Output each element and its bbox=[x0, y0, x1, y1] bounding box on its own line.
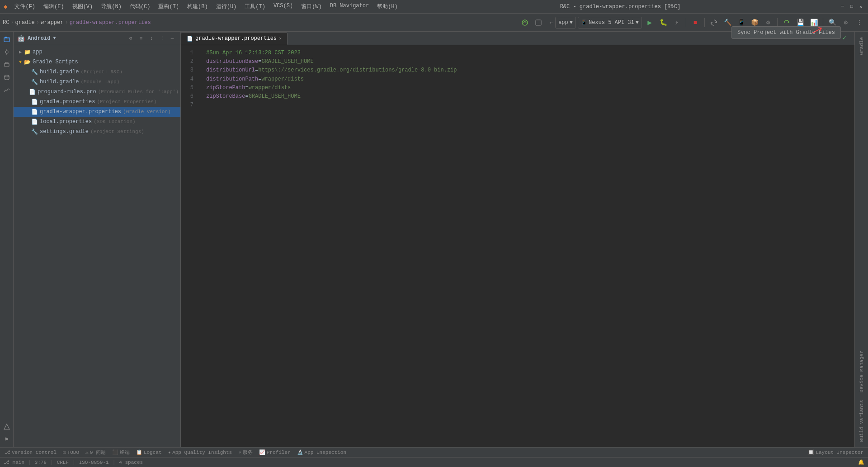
sync-gradle-button[interactable] bbox=[708, 17, 720, 29]
todo-panel[interactable]: ☑ TODO bbox=[61, 449, 81, 455]
services-label: 服务 bbox=[243, 449, 253, 456]
toolbar-sep-3 bbox=[777, 18, 778, 27]
menu-navigate[interactable]: 导航(N) bbox=[97, 2, 125, 11]
toolbar-btn-1[interactable] bbox=[533, 17, 544, 29]
status-indent[interactable]: 4 spaces bbox=[119, 460, 143, 465]
svg-marker-11 bbox=[4, 424, 9, 429]
gradle-file-icon: 🔧 bbox=[31, 68, 38, 76]
panel-collapse-icon[interactable]: ≡ bbox=[137, 34, 146, 43]
menu-refactor[interactable]: 重构(T) bbox=[155, 2, 183, 11]
dropdown-icon[interactable]: ▼ bbox=[53, 36, 56, 41]
commit-icon[interactable] bbox=[1, 46, 13, 58]
panel-gear-icon[interactable]: ⚙ bbox=[126, 34, 135, 43]
debug-button[interactable]: 🐛 bbox=[657, 17, 669, 29]
panel-sort-icon[interactable]: ↕ bbox=[147, 34, 156, 43]
tree-item-proguard[interactable]: ▶ 📄 proguard-rules.pro (ProGuard Rules f… bbox=[14, 87, 180, 97]
terminal-panel[interactable]: ⬛ 终端 bbox=[110, 449, 132, 456]
profile-button[interactable]: ⚡ bbox=[671, 17, 683, 29]
run-config-dropdown[interactable]: app ▼ bbox=[555, 17, 576, 29]
menu-run[interactable]: 运行(U) bbox=[212, 2, 241, 11]
sync-button[interactable] bbox=[519, 17, 531, 29]
status-branch[interactable]: ⎇ main bbox=[4, 459, 24, 465]
tab-close-button[interactable]: ✕ bbox=[279, 36, 282, 41]
side-icons-bar: ⚑ bbox=[0, 32, 14, 447]
gradle-scripts-icon: 📂 bbox=[24, 58, 31, 66]
tree-item-settings-gradle[interactable]: ▶ 🔧 settings.gradle (Project Settings) bbox=[14, 127, 180, 137]
close-button[interactable]: ✕ bbox=[857, 3, 864, 10]
menu-edit[interactable]: 编辑(E) bbox=[40, 2, 68, 11]
tree-item-gradle-wrapper[interactable]: ▶ 📄 gradle-wrapper.properties (Gradle Ve… bbox=[14, 107, 180, 117]
services-icon: ⚡ bbox=[238, 449, 241, 455]
menu-help[interactable]: 帮助(H) bbox=[373, 2, 401, 11]
build-variants-label[interactable]: Build Variants bbox=[859, 396, 864, 445]
stop-button[interactable]: ■ bbox=[689, 17, 701, 29]
line-num-4: 4 bbox=[181, 75, 197, 84]
tree-item-gradle-scripts[interactable]: ▼ 📂 Gradle Scripts bbox=[14, 57, 180, 67]
tree-item-local-properties[interactable]: ▶ 📄 local.properties (SDK Location) bbox=[14, 117, 180, 127]
status-encoding[interactable]: ISO-8859-1 bbox=[79, 460, 109, 465]
tree-label-app: app bbox=[33, 49, 42, 55]
todo-label: TODO bbox=[67, 450, 79, 455]
status-cursor[interactable]: 3:78 bbox=[35, 460, 47, 465]
minimize-button[interactable]: ─ bbox=[839, 3, 846, 10]
app-quality-panel[interactable]: ✦ App Quality Insights bbox=[166, 449, 234, 455]
app-inspection-panel[interactable]: 🔬 App Inspection bbox=[295, 449, 348, 455]
code-area[interactable]: #Sun Apr 16 12:13:28 CST 2023 distributi… bbox=[199, 45, 854, 447]
window-controls[interactable]: ─ □ ✕ bbox=[839, 3, 864, 10]
tree-item-app[interactable]: ▶ 📁 app bbox=[14, 47, 180, 57]
gradle-label[interactable]: Gradle bbox=[859, 33, 864, 59]
profiler-side-icon[interactable] bbox=[1, 84, 13, 96]
settings2-button[interactable]: ⚙ bbox=[840, 17, 852, 29]
tree-item-build-gradle-module[interactable]: ▶ 🔧 build.gradle (Module :app) bbox=[14, 77, 180, 87]
logcat-panel[interactable]: 📋 Logcat bbox=[134, 449, 164, 455]
code-line-1: #Sun Apr 16 12:13:28 CST 2023 bbox=[206, 49, 847, 57]
panel-settings-icon[interactable]: ⋮ bbox=[157, 34, 166, 43]
status-line-ending[interactable]: CRLF bbox=[57, 460, 69, 465]
panel-actions[interactable]: ⚙ ≡ ↕ ⋮ — bbox=[126, 34, 177, 43]
menu-view[interactable]: 视图(V) bbox=[69, 2, 97, 11]
version-control-panel[interactable]: ⎇ Version Control bbox=[3, 449, 58, 455]
menu-file[interactable]: 文件(F) bbox=[11, 2, 39, 11]
breadcrumb-file: gradle-wrapper.properties bbox=[70, 19, 151, 26]
services-panel[interactable]: ⚡ 服务 bbox=[236, 449, 255, 456]
layout-inspector-panel[interactable]: 🔲 Layout Inspector bbox=[806, 449, 865, 455]
svg-point-0 bbox=[522, 20, 528, 25]
project-icon[interactable] bbox=[1, 33, 13, 45]
bookmark-icon[interactable]: ⚑ bbox=[1, 434, 13, 445]
maximize-button[interactable]: □ bbox=[848, 3, 855, 10]
svg-rect-1 bbox=[536, 20, 541, 25]
db-browser-icon[interactable] bbox=[1, 71, 13, 83]
profiler-panel[interactable]: 📈 Profiler bbox=[257, 449, 292, 455]
layout-inspector-label: Layout Inspector bbox=[816, 450, 863, 455]
menu-db-navigator[interactable]: DB Navigator bbox=[326, 2, 373, 11]
problems-panel[interactable]: ⚠ 0 问题 bbox=[84, 449, 108, 456]
tree-item-build-gradle-project[interactable]: ▶ 🔧 build.gradle (Project: R&C) bbox=[14, 67, 180, 77]
code-line-4: distributionPath=wrapper/dists bbox=[206, 75, 847, 84]
gradle-wrapper-icon: 📄 bbox=[31, 108, 38, 115]
editor-tab-active[interactable]: 📄 gradle-wrapper.properties ✕ bbox=[181, 32, 288, 45]
breadcrumb-wrapper: wrapper bbox=[41, 19, 63, 26]
menu-tools[interactable]: 工具(T) bbox=[241, 2, 269, 11]
run-button[interactable]: ▶ bbox=[644, 17, 656, 29]
device-dropdown[interactable]: 📱 Nexus 5 API 31 ▼ bbox=[578, 17, 642, 29]
app-quality-icon: ✦ bbox=[168, 449, 171, 455]
menu-bar[interactable]: 文件(F) 编辑(E) 视图(V) 导航(N) 代码(C) 重构(T) 构建(B… bbox=[11, 2, 401, 11]
svg-point-5 bbox=[5, 51, 8, 53]
more-button[interactable]: ⋮ bbox=[854, 17, 865, 29]
device-manager-label[interactable]: Device Manager bbox=[859, 347, 864, 396]
window-title: R&C - gradle-wrapper.properties [R&C] bbox=[401, 4, 839, 10]
resource-manager-icon[interactable] bbox=[1, 59, 13, 71]
svg-marker-2 bbox=[788, 21, 789, 23]
problems-icon: ⚠ bbox=[85, 449, 89, 455]
back-icon[interactable]: ← bbox=[550, 19, 553, 26]
build-variants-icon[interactable] bbox=[1, 421, 13, 433]
menu-code[interactable]: 代码(C) bbox=[126, 2, 154, 11]
tree-item-gradle-properties[interactable]: ▶ 📄 gradle.properties (Project Propertie… bbox=[14, 97, 180, 107]
panel-close-icon[interactable]: — bbox=[168, 34, 177, 43]
app-inspection-icon: 🔬 bbox=[297, 449, 303, 455]
tree-sublabel-local-properties: (SDK Location) bbox=[94, 119, 135, 124]
menu-vcs[interactable]: VCS(S) bbox=[270, 2, 297, 11]
menu-window[interactable]: 窗口(W) bbox=[297, 2, 326, 11]
app-quality-label: App Quality Insights bbox=[172, 450, 232, 455]
menu-build[interactable]: 构建(B) bbox=[184, 2, 212, 11]
